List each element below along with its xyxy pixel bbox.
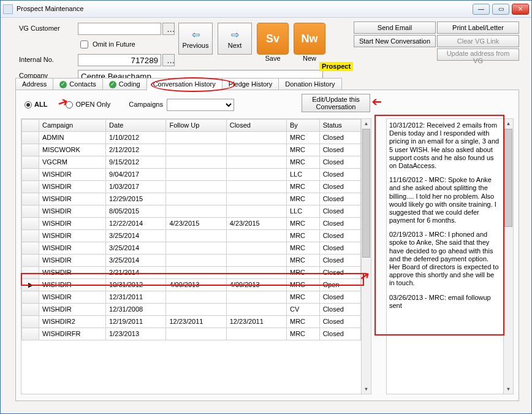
col-by[interactable]: By [287, 120, 320, 132]
tab-contacts[interactable]: ✓Contacts [53, 78, 102, 90]
filter-all-radio[interactable]: ALL [25, 101, 47, 109]
conversation-detail: 10/31/2012: Received 2 emails from Denis… [386, 118, 514, 394]
send-email-button[interactable]: Send Email [354, 21, 436, 34]
app-window: Prospect Maintenance — ▭ ✕ VG Customer …… [0, 0, 532, 414]
conversation-grid: CampaignDateFollow UpClosedByStatusADMIN… [21, 118, 371, 394]
check-icon: ✓ [109, 81, 116, 88]
filter-open-radio[interactable]: OPEN Only [66, 101, 110, 109]
table-row[interactable]: WISHDIR3/25/2014MRCClosed [22, 230, 361, 242]
app-icon [3, 4, 13, 14]
arrow-right-icon: ⇨ [231, 29, 239, 40]
filter-bar: ALL OPEN Only Campaigns [25, 99, 234, 111]
previous-button[interactable]: ⇦ Previous [178, 23, 213, 55]
close-button[interactable]: ✕ [512, 4, 529, 15]
start-conversation-button[interactable]: Start New Conversation [354, 35, 436, 47]
annotation-arrow: ➔ [371, 95, 382, 110]
nav-buttons: ⇦ Previous ⇨ Next Sv Save Nw New [178, 23, 325, 63]
table-row[interactable]: WISHDIR12/22/20144/23/20154/23/2015MRCCl… [22, 218, 361, 230]
table-row[interactable]: ADMIN1/10/2012MRCClosed [22, 132, 361, 144]
table-row[interactable]: WISHDIR8/05/2015LLCClosed [22, 205, 361, 218]
tab-strip: Address✓Contacts✓CodingConversation Hist… [15, 78, 341, 90]
internal-no-input[interactable] [78, 54, 161, 66]
detail-scrollbar[interactable]: ▲ ▼ [503, 119, 513, 394]
print-label-button[interactable]: Print Label/Letter [437, 21, 519, 34]
minimize-button[interactable]: — [473, 4, 490, 15]
tab-address[interactable]: Address [15, 78, 53, 90]
tab-donation-history[interactable]: Donation History [278, 78, 341, 90]
campaigns-label: Campaigns [129, 101, 163, 109]
detail-entry: 03/26/2013 - MRC: email followup sent [389, 294, 501, 310]
detail-entry: 10/31/2012: Received 2 emails from Denis… [389, 121, 501, 170]
detail-scroll-thumb[interactable] [504, 129, 512, 227]
detail-scroll-up-icon[interactable]: ▲ [504, 119, 513, 128]
vg-customer-label: VG Customer [19, 25, 74, 33]
grid-scrollbar[interactable]: ▲ ▼ [361, 119, 371, 394]
clear-vg-link-button[interactable]: Clear VG Link [437, 35, 519, 47]
scroll-thumb[interactable] [362, 129, 370, 258]
table-row[interactable]: WISHDIR12/31/2011MRCClosed [22, 291, 361, 304]
detail-entry: 02/19/2013 - MRC: I phoned and spoke to … [389, 231, 501, 287]
check-icon: ✓ [59, 81, 67, 88]
omit-checkbox[interactable] [80, 40, 88, 48]
table-row[interactable]: WISHDIR12/31/2008CVClosed [22, 304, 361, 316]
client-area: VG Customer … Omit in Future Internal No… [1, 18, 531, 413]
table-row[interactable]: WISHDIR3/25/2014MRCClosed [22, 255, 361, 267]
col-closed[interactable]: Closed [226, 120, 286, 132]
tab-pledge-history[interactable]: Pledge History [222, 78, 279, 90]
table-row[interactable]: WISHDIR2/21/2014MRCClosed [22, 267, 361, 279]
window-title: Prospect Maintenance [17, 5, 473, 13]
prospect-badge: Prospect [319, 62, 353, 71]
action-buttons: Send Email Print Label/Letter Start New … [354, 21, 519, 61]
table-row[interactable]: WISHDIRFR1/23/2013MRCClosed [22, 328, 361, 340]
internal-no-lookup[interactable]: … [162, 54, 175, 66]
internal-no-label: Internal No. [19, 56, 74, 64]
scroll-up-icon[interactable]: ▲ [362, 119, 371, 128]
table-row[interactable]: WISHDIR3/25/2014MRCClosed [22, 242, 361, 255]
arrow-left-icon: ⇦ [192, 29, 200, 40]
table-row[interactable]: MISCWORK2/12/2012MRCClosed [22, 144, 361, 156]
campaigns-select[interactable] [167, 99, 234, 111]
vg-customer-lookup[interactable]: … [162, 23, 175, 35]
next-button[interactable]: ⇨ Next [218, 23, 252, 55]
omit-in-future-checkbox[interactable]: Omit in Future [78, 39, 176, 50]
tab-coding[interactable]: ✓Coding [102, 78, 147, 90]
vg-customer-input[interactable] [78, 23, 161, 35]
detail-entry: 11/16/2012 - MRC: Spoke to Anke and she … [389, 176, 501, 224]
new-button[interactable]: Nw [294, 23, 325, 55]
table-row[interactable]: WISHDIR9/04/2017LLCClosed [22, 169, 361, 181]
table-row[interactable]: WISHDIR1/03/2017MRCClosed [22, 181, 361, 193]
table-row[interactable]: WISHDIR212/19/201112/23/201112/23/2011MR… [22, 316, 361, 328]
titlebar: Prospect Maintenance — ▭ ✕ [1, 1, 531, 18]
table-row[interactable]: VGCRM9/15/2012MRCClosed [22, 156, 361, 169]
col-date[interactable]: Date [106, 120, 166, 132]
table-row[interactable]: WISHDIR12/29/2015MRCClosed [22, 193, 361, 205]
col-follow-up[interactable]: Follow Up [166, 120, 226, 132]
detail-scroll-down-icon[interactable]: ▼ [504, 385, 513, 394]
conversation-table: CampaignDateFollow UpClosedByStatusADMIN… [21, 119, 361, 340]
edit-conversation-button[interactable]: Edit/Update this Conversation [302, 94, 370, 112]
table-row[interactable]: ▶WISHDIR10/31/20124/09/20134/09/2013MRCO… [22, 279, 361, 291]
maximize-button[interactable]: ▭ [492, 4, 509, 15]
scroll-down-icon[interactable]: ▼ [362, 385, 371, 394]
col-campaign[interactable]: Campaign [39, 120, 106, 132]
tab-conversation-history[interactable]: Conversation History [146, 78, 222, 90]
col-status[interactable]: Status [319, 120, 360, 132]
save-button[interactable]: Sv [257, 23, 289, 55]
update-address-button[interactable]: Update address from VG [437, 48, 519, 61]
conversation-history-panel: ALL OPEN Only Campaigns Edit/Update this… [15, 90, 519, 401]
